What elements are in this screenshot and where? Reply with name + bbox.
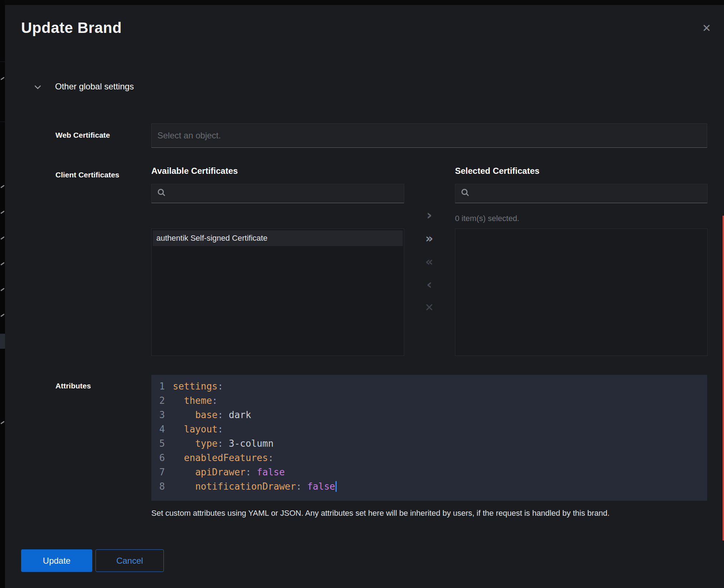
sidebar-chevron-icon (0, 288, 5, 291)
code-line[interactable]: 6 enabledFeatures: (157, 451, 707, 465)
certificate-list-item[interactable]: authentik Self-signed Certificate (153, 230, 403, 246)
modal-title: Update Brand (21, 19, 122, 36)
selected-certificates-list[interactable] (455, 229, 708, 356)
red-edge-sliver (723, 216, 724, 540)
text-cursor (336, 481, 337, 492)
transfer-add-all-button[interactable]: » (423, 232, 436, 245)
available-certificates-heading: Available Certificates (151, 166, 238, 176)
chevron-down-icon (34, 83, 41, 89)
sidebar-chevron-icon (0, 185, 5, 188)
close-icon[interactable]: ✕ (702, 23, 711, 34)
sidebar-chevron-icon (0, 77, 5, 80)
web-certificate-label: Web Certificate (55, 131, 110, 139)
sidebar-active-item-sliver (0, 334, 5, 349)
selected-count-status: 0 item(s) selected. (455, 214, 519, 223)
sidebar-chevron-icon (0, 211, 5, 214)
update-brand-modal: Update Brand ✕ Other global settings Web… (5, 5, 724, 588)
attributes-code-lines: 1settings:2 theme:3 base: dark4 layout:5… (157, 379, 707, 494)
sidebar-chevron-icon (0, 421, 5, 424)
sidebar-chevron-icon (0, 236, 5, 240)
code-line[interactable]: 2 theme: (157, 393, 707, 408)
transfer-remove-all-button[interactable]: « (423, 255, 436, 268)
attributes-code-editor[interactable]: 1settings:2 theme:3 base: dark4 layout:5… (151, 375, 707, 501)
cancel-button[interactable]: Cancel (96, 549, 164, 572)
available-search-box (151, 184, 404, 203)
sidebar-chevron-icon (0, 314, 5, 317)
attributes-label: Attributes (55, 382, 91, 390)
transfer-add-button[interactable]: › (423, 209, 436, 221)
sidebar-divider (0, 122, 5, 122)
expander-label: Other global settings (55, 82, 134, 92)
available-search-input[interactable] (170, 184, 401, 203)
selected-certificates-heading: Selected Certificates (455, 166, 539, 176)
update-button[interactable]: Update (21, 549, 92, 572)
code-line[interactable]: 8 notificationDrawer: false (157, 479, 707, 494)
code-line[interactable]: 1settings: (157, 379, 707, 393)
code-line[interactable]: 7 apiDrawer: false (157, 465, 707, 479)
transfer-remove-button[interactable]: ‹ (423, 278, 436, 291)
sidebar-divider (0, 62, 5, 62)
transfer-clear-button[interactable]: ✕ (423, 301, 436, 314)
selected-search-box (455, 184, 708, 203)
search-icon (461, 189, 468, 195)
code-line[interactable]: 5 type: 3-column (157, 436, 707, 451)
available-certificates-list[interactable]: authentik Self-signed Certificate (151, 229, 404, 356)
selected-search-input[interactable] (474, 184, 704, 203)
code-line[interactable]: 3 base: dark (157, 408, 707, 422)
sidebar-sliver (0, 0, 5, 588)
search-icon (158, 189, 164, 195)
sidebar-chevron-icon (0, 262, 5, 265)
web-certificate-select[interactable] (151, 123, 707, 148)
client-certificates-label: Client Certificates (55, 171, 119, 179)
attributes-help-text: Set custom attributes using YAML or JSON… (151, 509, 709, 518)
code-line[interactable]: 4 layout: (157, 422, 707, 436)
